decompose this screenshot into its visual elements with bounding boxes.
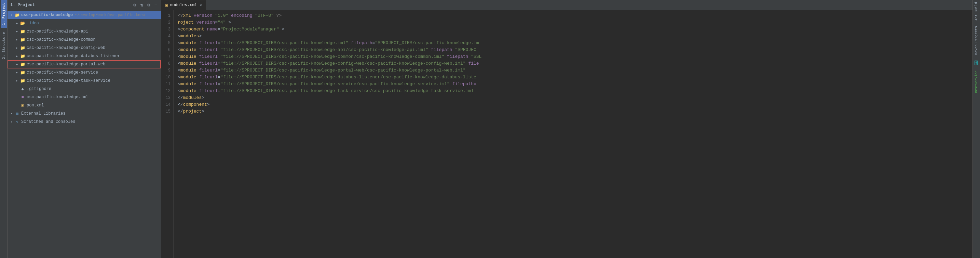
tree-item-databus-listener[interactable]: ▸ 📁 csc-pacific-knowledge-databus-listen… (8, 52, 161, 60)
line-numbers: 1 2 3 4 5 6 7 8 9 10 11 12 13 14 15 (161, 10, 173, 258)
idea-folder-icon: 📂 (20, 21, 25, 26)
common-label: csc-pacific-knowledge-common (27, 37, 95, 42)
code-line-1: <?xml version="1.0" encoding="UTF-8" ?> (178, 12, 968, 19)
code-line-13: </modules> (178, 95, 968, 101)
iml-icon: ■ (20, 95, 25, 100)
arrow-service: ▸ (14, 71, 20, 75)
editor-area: 1 2 3 4 5 6 7 8 9 10 11 12 13 14 15 <?xm… (161, 10, 972, 258)
scratches-label: Scratches and Consoles (21, 119, 75, 124)
arrow-common: ▸ (14, 38, 20, 42)
code-line-6: <module fileurl="file://$PROJECT_DIR$/cs… (178, 46, 968, 53)
arrow-portal: ▸ (14, 62, 20, 66)
code-line-15: </project> (178, 108, 968, 115)
config-web-folder-icon: 📁 (20, 45, 25, 51)
sidebar-title: 1: Project (10, 3, 130, 8)
modules-xml-tab[interactable]: ▣ modules.xml ✕ (161, 0, 206, 10)
ant-build-tab[interactable]: Ant Build (974, 0, 979, 22)
editor-panel: ▣ modules.xml ✕ 1 2 3 4 5 6 7 8 9 10 11 … (161, 0, 972, 258)
tree-item-common[interactable]: ▸ 📁 csc-pacific-knowledge-common (8, 35, 161, 44)
tree-item-api[interactable]: ▸ 📁 csc-pacific-knowledge-api (8, 27, 161, 35)
tree-item-ext-libs[interactable]: ▸ ▦ External Libraries (8, 109, 161, 118)
sidebar-icons: ⚙ ⇅ ⚙ − (132, 2, 158, 8)
task-label: csc-pacific-knowledge-task-service (27, 79, 110, 83)
tree-item-service[interactable]: ▸ 📁 csc-pacific-knowledge-service (8, 69, 161, 77)
service-folder-icon: 📁 (20, 70, 25, 75)
structure-tab[interactable]: 2: Structure (1, 29, 7, 62)
config-web-label: csc-pacific-knowledge-config-web (27, 45, 105, 50)
project-sidebar: 1: Project ⚙ ⇅ ⚙ − ▾ 📁 csc-pacific-knowl… (8, 0, 161, 258)
databus-folder-icon: 📁 (20, 53, 25, 59)
root-path: ~/Develop/work/csc-pacific-know (75, 13, 145, 17)
sort-icon[interactable]: ⇅ (139, 2, 144, 8)
code-line-7: <module fileurl="file://$PROJECT_DIR$/cs… (178, 53, 968, 60)
left-panel-tabs: 1: Project 2: Structure (0, 0, 8, 258)
tree-item-idea[interactable]: ▸ 📂 .idea (8, 19, 161, 27)
code-line-11: <module fileurl="file://$PROJECT_DIR$/cs… (178, 81, 968, 88)
iml-label: csc-pacific-knowledge.iml (27, 95, 88, 99)
tree-item-scratches[interactable]: ▸ ✎ Scratches and Consoles (8, 118, 161, 126)
arrow-databus: ▸ (14, 54, 20, 58)
project-tree: ▾ 📁 csc-pacific-knowledge ~/Develop/work… (8, 10, 161, 258)
rest-service-tab[interactable]: RestService (974, 69, 979, 95)
code-line-4: <modules> (178, 33, 968, 40)
gitignore-icon: ◆ (20, 86, 25, 92)
arrow-ext-libs: ▸ (9, 112, 14, 115)
code-line-14: </component> (178, 101, 968, 108)
code-line-12: <module fileurl="file://$PROJECT_DIR$/cs… (178, 88, 968, 95)
arrow-config-web: ▸ (14, 46, 20, 50)
idea-label: .idea (27, 21, 39, 26)
tree-item-portal-web[interactable]: ▸ 📁 csc-pacific-knowledge-portal-web (8, 60, 161, 69)
gitignore-label: .gitignore (27, 87, 51, 91)
tab-close-btn[interactable]: ✕ (200, 3, 202, 7)
tree-item-pom[interactable]: ▣ pom.xml (8, 101, 161, 109)
common-folder-icon: 📁 (20, 37, 25, 42)
tab-xml-icon: ▣ (165, 3, 168, 8)
minimize-icon[interactable]: − (153, 2, 158, 8)
service-label: csc-pacific-knowledge-service (27, 70, 98, 75)
code-line-2: roject version="4" > (178, 19, 968, 26)
code-line-9: <module fileurl="file://$PROJECT_DIR$/cs… (178, 67, 968, 74)
scratches-icon: ✎ (14, 119, 20, 125)
arrow-scratches: ▸ (9, 120, 14, 124)
databus-label: csc-pacific-knowledge-databus-listener (27, 54, 120, 59)
project-tab[interactable]: 1: Project (1, 0, 7, 28)
task-folder-icon: 📁 (20, 78, 25, 83)
code-line-5: <module fileurl="file://$PROJECT_DIR$/cs… (178, 40, 968, 46)
arrow-task: ▸ (14, 79, 20, 83)
tree-item-root[interactable]: ▾ 📁 csc-pacific-knowledge ~/Develop/work… (8, 11, 161, 19)
root-folder-icon: 📁 (14, 12, 20, 18)
tree-item-config-web[interactable]: ▸ 📁 csc-pacific-knowledge-config-web (8, 44, 161, 52)
tree-item-gitignore[interactable]: ◆ .gitignore (8, 85, 161, 93)
right-panel-tabs: Ant Build Maven Projects 🗄 RestService (972, 0, 980, 258)
gear-icon[interactable]: ⚙ (146, 2, 151, 8)
arrow-root: ▾ (9, 13, 14, 17)
tab-label: modules.xml (170, 3, 197, 8)
code-line-3: <component name="ProjectModuleManager" > (178, 26, 968, 33)
tree-item-task-service[interactable]: ▸ 📁 csc-pacific-knowledge-task-service (8, 77, 161, 85)
settings-icon[interactable]: ⚙ (132, 2, 137, 8)
api-label: csc-pacific-knowledge-api (27, 29, 88, 34)
editor-tabbar: ▣ modules.xml ✕ (161, 0, 972, 10)
ext-libs-icon: ▦ (14, 111, 20, 116)
arrow-idea: ▸ (14, 21, 20, 25)
code-editor[interactable]: <?xml version="1.0" encoding="UTF-8" ?> … (173, 10, 972, 258)
portal-folder-icon: 📁 (20, 62, 25, 67)
arrow-api: ▸ (14, 29, 20, 34)
root-label: csc-pacific-knowledge (21, 13, 73, 18)
sidebar-header: 1: Project ⚙ ⇅ ⚙ − (8, 0, 161, 10)
ext-libs-label: External Libraries (21, 111, 65, 116)
code-line-8: <module fileurl="file://$PROJECT_DIR$/cs… (178, 60, 968, 67)
pom-label: pom.xml (27, 103, 44, 108)
api-folder-icon: 📁 (20, 29, 25, 34)
pom-xml-icon: ▣ (20, 103, 25, 108)
code-line-10: <module fileurl="file://$PROJECT_DIR$/cs… (178, 74, 968, 81)
database-tab[interactable]: 🗄 (973, 58, 980, 67)
maven-projects-tab[interactable]: Maven Projects (974, 24, 979, 57)
tree-item-iml[interactable]: ■ csc-pacific-knowledge.iml (8, 93, 161, 101)
portal-label: csc-pacific-knowledge-portal-web (27, 62, 105, 67)
